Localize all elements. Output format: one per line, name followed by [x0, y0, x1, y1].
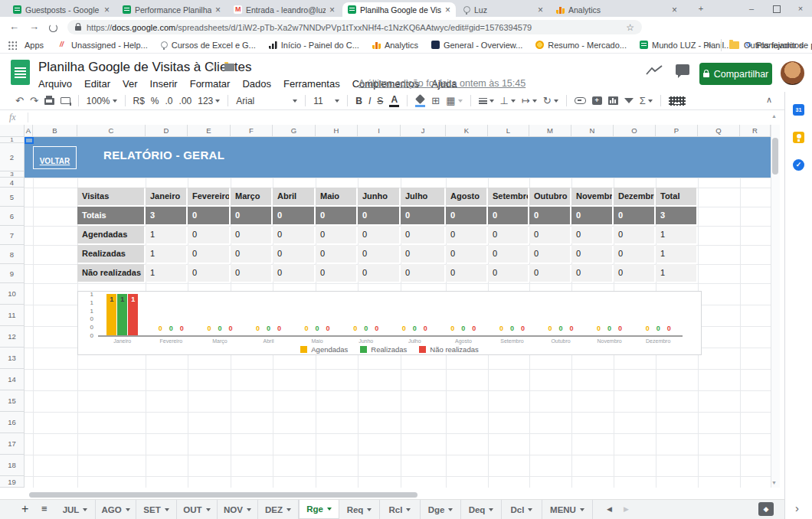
column-header-C[interactable]: C — [77, 125, 146, 137]
table-row-cell[interactable]: 0 — [488, 226, 528, 243]
selected-cell-a1[interactable] — [25, 137, 34, 144]
table-row-cell[interactable]: 0 — [231, 264, 271, 282]
bookmark-star-icon[interactable]: ☆ — [626, 22, 634, 33]
table-row-cell[interactable]: 0 — [488, 207, 528, 224]
sheet-tab-Deq[interactable]: Deq — [461, 500, 502, 519]
table-row-cell[interactable]: 0 — [273, 226, 314, 243]
sheet-tab-SET[interactable]: SET — [136, 500, 177, 519]
redo-button[interactable]: ↷ — [30, 93, 38, 109]
add-sheet-button[interactable]: + — [21, 502, 28, 516]
column-header-H[interactable]: H — [316, 125, 358, 137]
more-formats-button[interactable]: 123 — [198, 93, 220, 109]
table-row-cell[interactable]: 0 — [446, 264, 486, 282]
sheet-tab-menu-icon[interactable] — [126, 508, 130, 511]
row-header-14[interactable]: 14 — [0, 369, 25, 390]
row-header-17[interactable]: 17 — [0, 433, 25, 455]
table-row-cell[interactable]: 0 — [273, 207, 314, 224]
browser-tab[interactable]: Planilha Google de Visitas à× — [342, 2, 456, 17]
row-header-6[interactable]: 6 — [0, 207, 25, 226]
window-minimize-button[interactable]: – — [740, 0, 763, 17]
hide-menus-button[interactable]: ∧ — [766, 95, 772, 105]
sheet-tab-AGO[interactable]: AGO — [96, 500, 136, 519]
column-header-A[interactable]: A — [25, 125, 33, 137]
table-row-cell[interactable]: 0 — [614, 207, 654, 224]
table-header-cell[interactable]: Setembro — [488, 188, 528, 205]
sheet-tab-menu-icon[interactable] — [206, 508, 211, 511]
bookmark-item[interactable]: Unassigned - Help... — [59, 41, 148, 50]
column-header-E[interactable]: E — [188, 125, 231, 137]
table-header-cell[interactable]: Março — [231, 188, 271, 205]
zoom-select[interactable]: 100% — [87, 93, 117, 109]
sheet-tab-menu-icon[interactable] — [528, 508, 532, 511]
table-row-cell[interactable]: 0 — [188, 264, 229, 282]
table-row-cell[interactable]: 0 — [401, 226, 444, 243]
row-header-18[interactable]: 18 — [0, 455, 25, 476]
insert-comment-button[interactable]: + — [592, 93, 602, 109]
table-row-cell[interactable]: 0 — [488, 264, 528, 282]
sheet-tab-menu-icon[interactable] — [247, 508, 251, 511]
decrease-decimals-button[interactable]: .0 — [165, 93, 173, 109]
table-row-cell[interactable]: 0 — [614, 226, 654, 243]
menu-editar[interactable]: Editar — [84, 78, 110, 90]
browser-tab[interactable]: Analytics× — [551, 2, 683, 17]
explore-button[interactable]: ◆ — [758, 502, 774, 516]
functions-button[interactable]: Σ — [640, 93, 653, 109]
table-row-cell[interactable]: 1 — [146, 245, 186, 263]
row-header-8[interactable]: 8 — [0, 245, 25, 264]
browser-tab[interactable]: Performance Planilhas - Go× — [117, 2, 226, 17]
row-header-7[interactable]: 7 — [0, 226, 25, 245]
sheet-tab-MENU[interactable]: MENU — [542, 500, 593, 519]
browser-tab[interactable]: Guestposts - Google Drive× — [8, 2, 115, 17]
table-row-cell[interactable]: 0 — [316, 264, 356, 282]
table-row-cell[interactable]: 0 — [401, 264, 444, 282]
window-close-button[interactable]: × — [789, 0, 812, 17]
table-row-cell[interactable]: 0 — [231, 207, 271, 224]
table-header-cell[interactable]: Julho — [401, 188, 444, 205]
table-row-cell[interactable]: 0 — [614, 245, 654, 263]
format-currency-button[interactable]: R$ — [133, 93, 145, 109]
undo-button[interactable]: ↶ — [15, 93, 24, 109]
menu-formatar[interactable]: Formatar — [190, 78, 231, 90]
table-row-cell[interactable]: 0 — [529, 245, 570, 263]
table-row-cell[interactable]: 0 — [358, 207, 399, 224]
all-sheets-button[interactable]: ≡ — [41, 503, 47, 514]
table-header-cell[interactable]: Maio — [316, 188, 356, 205]
row-header-16[interactable]: 16 — [0, 412, 25, 433]
reload-button[interactable] — [49, 24, 57, 32]
sheet-tab-Rcl[interactable]: Rcl — [380, 500, 421, 519]
table-row-cell[interactable]: 0 — [529, 226, 570, 243]
menu-ver[interactable]: Ver — [123, 78, 138, 90]
sheet-tab-Rge[interactable]: Rge — [299, 500, 339, 519]
formula-bar[interactable]: fx — [0, 110, 771, 126]
vertical-scrollbar-thumb[interactable] — [772, 138, 778, 175]
table-row-cell[interactable]: 0 — [358, 264, 399, 282]
table-row-cell[interactable]: Realizadas — [77, 245, 144, 263]
sheet-tab-menu-icon[interactable] — [165, 508, 169, 511]
column-header-I[interactable]: I — [358, 125, 401, 137]
table-row-cell[interactable]: 0 — [188, 226, 229, 243]
bold-button[interactable]: B — [355, 93, 362, 109]
table-header-cell[interactable]: Novembro — [571, 188, 612, 205]
sheet-tab-NOV[interactable]: NOV — [218, 500, 258, 519]
calendar-icon[interactable]: 31 — [793, 104, 804, 116]
column-header-K[interactable]: K — [446, 125, 488, 137]
table-row-cell[interactable]: 0 — [188, 245, 229, 263]
sheet-tabs-prev-arrow[interactable]: ◀ — [607, 505, 612, 513]
apps-button[interactable]: Apps — [8, 41, 44, 50]
column-header-O[interactable]: O — [614, 125, 656, 137]
bookmark-item[interactable]: Resumo - Mercado... — [535, 41, 627, 50]
bookmarks-overflow-chevron[interactable]: » — [706, 40, 712, 51]
row-header-2[interactable]: 2 — [0, 143, 25, 171]
row-header-3[interactable]: 3 — [0, 171, 25, 178]
table-row-cell[interactable]: 0 — [571, 245, 612, 263]
increase-decimals-button[interactable]: .00 — [179, 93, 192, 109]
table-row-cell[interactable]: 3 — [656, 207, 696, 224]
table-header-cell[interactable]: Abril — [273, 188, 314, 205]
sheet-tab-menu-icon[interactable] — [286, 508, 291, 511]
sheet-tab-menu-icon[interactable] — [448, 508, 453, 511]
bookmark-item[interactable]: Início - Painel do C... — [269, 41, 359, 50]
sheet-tab-menu-icon[interactable] — [580, 508, 584, 511]
table-row-cell[interactable]: 0 — [488, 245, 528, 263]
tab-close-icon[interactable]: × — [329, 5, 335, 15]
horizontal-align-button[interactable] — [479, 93, 494, 109]
